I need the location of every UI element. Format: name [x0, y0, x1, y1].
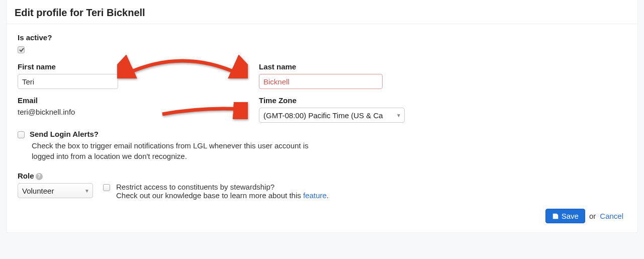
restrict-access-checkbox[interactable]	[103, 184, 110, 191]
feature-link[interactable]: feature	[303, 191, 327, 200]
restrict-access-label: Restrict access to constituents by stewa…	[116, 183, 329, 191]
chevron-down-icon: ▼	[396, 113, 401, 118]
role-selected-value: Volunteer	[22, 187, 54, 195]
save-icon	[552, 213, 559, 220]
is-active-checkbox[interactable]	[18, 46, 25, 53]
first-name-input[interactable]	[18, 74, 118, 89]
send-login-alerts-label: Send Login Alerts?	[30, 130, 99, 138]
is-active-label: Is active?	[18, 33, 626, 42]
email-value: teri@bicknell.info	[18, 108, 239, 116]
email-label: Email	[18, 96, 239, 105]
form-body: Is active? First name Last name Email te	[7, 24, 637, 200]
or-text: or	[589, 212, 596, 220]
send-login-alerts-helper: Check the box to trigger email notificat…	[32, 140, 313, 161]
last-name-input[interactable]	[259, 74, 383, 89]
cancel-link[interactable]: Cancel	[600, 212, 623, 220]
role-label: Role?	[18, 171, 93, 180]
send-login-alerts-checkbox[interactable]	[18, 131, 25, 138]
form-footer: Save or Cancel	[7, 200, 637, 223]
timezone-label: Time Zone	[259, 96, 405, 105]
restrict-access-helper: Check out our knowledge base to learn mo…	[116, 191, 329, 200]
chevron-down-icon: ▼	[84, 188, 89, 194]
role-select[interactable]: Volunteer ▼	[18, 183, 93, 198]
page-title: Edit profile for Teri Bicknell	[7, 0, 637, 24]
save-button[interactable]: Save	[545, 209, 585, 223]
timezone-select[interactable]: (GMT-08:00) Pacific Time (US & Ca ▼	[259, 108, 405, 123]
first-name-label: First name	[18, 62, 239, 71]
edit-profile-form: Edit profile for Teri Bicknell Is active…	[6, 0, 638, 233]
help-icon[interactable]: ?	[36, 173, 43, 180]
timezone-selected-value: (GMT-08:00) Pacific Time (US & Ca	[263, 111, 383, 120]
last-name-label: Last name	[259, 62, 383, 71]
check-icon	[18, 46, 25, 53]
